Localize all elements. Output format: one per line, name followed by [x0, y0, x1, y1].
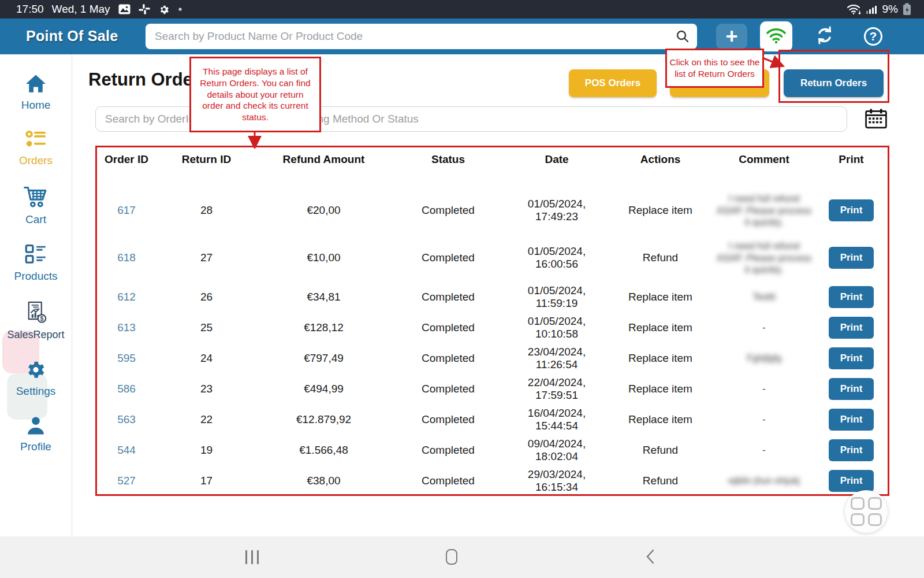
date-value: 29/03/2024, 16:15:34	[506, 468, 608, 494]
order-id-link[interactable]: 586	[97, 383, 156, 395]
print-button[interactable]: Print	[829, 409, 874, 431]
status-signal-icon	[866, 4, 878, 14]
status-value: Completed	[390, 321, 506, 334]
sidebar-item-cart[interactable]: Cart	[23, 185, 49, 226]
status-value: Completed	[390, 475, 506, 487]
wifi-status-button[interactable]	[760, 21, 792, 51]
sidebar-label: Cart	[25, 213, 46, 226]
print-button[interactable]: Print	[829, 199, 874, 221]
products-icon	[24, 244, 47, 267]
return-orders-button[interactable]: Return Orders	[784, 69, 884, 97]
return-id-value: 19	[156, 444, 257, 457]
col-status: Status	[390, 153, 506, 166]
refund-amount-value: €20,00	[257, 204, 390, 217]
date-value: 01/05/2024, 11:59:19	[506, 284, 608, 310]
annotation-return-orders-tip: Click on this to see the list of Return …	[665, 49, 764, 88]
sidebar-item-products[interactable]: Products	[14, 244, 58, 283]
search-icon[interactable]	[675, 29, 690, 46]
sidebar-item-profile[interactable]: Profile	[20, 416, 51, 453]
calendar-icon[interactable]	[864, 108, 888, 132]
col-actions: Actions	[608, 153, 713, 166]
action-value: Refund	[608, 475, 713, 487]
action-value: Replace item	[608, 383, 713, 395]
sidebar-label: Orders	[19, 154, 53, 167]
refund-amount-value: €12.879,92	[257, 413, 390, 426]
sync-button[interactable]	[810, 23, 840, 50]
action-value: Replace item	[608, 204, 713, 217]
status-value: Completed	[390, 352, 506, 365]
refund-amount-value: €797,49	[257, 352, 390, 365]
product-search-input[interactable]	[146, 24, 697, 49]
sidebar-label: Home	[21, 99, 51, 112]
android-status-bar: 17:50 Wed, 1 May 9%	[0, 0, 924, 18]
table-row: 618 27 €10,00 Completed 01/05/2024, 16:0…	[97, 234, 888, 281]
status-value: Completed	[390, 204, 506, 217]
return-id-value: 25	[156, 321, 257, 334]
refund-amount-value: €38,00	[257, 475, 390, 487]
notification-dot-icon	[178, 7, 182, 12]
action-value: Replace item	[608, 321, 713, 334]
floating-grid-button[interactable]	[845, 490, 888, 533]
sidebar-label: Products	[14, 270, 58, 283]
order-id-link[interactable]: 612	[97, 291, 156, 303]
order-id-link[interactable]: 527	[97, 475, 156, 487]
print-button[interactable]: Print	[829, 286, 874, 308]
recents-icon[interactable]	[245, 550, 259, 564]
sync-icon	[814, 24, 836, 49]
back-icon[interactable]	[646, 549, 655, 566]
annotation-arrow-down	[243, 131, 268, 149]
order-id-link[interactable]: 618	[97, 251, 156, 264]
plus-icon: +	[725, 27, 737, 46]
action-value: Replace item	[608, 291, 713, 303]
sidebar-item-settings[interactable]: Settings	[16, 359, 56, 398]
print-button[interactable]: Print	[829, 347, 874, 369]
pos-orders-button[interactable]: POS Orders	[569, 69, 657, 97]
person-icon	[25, 416, 47, 438]
status-battery-icon	[903, 3, 911, 16]
return-id-value: 17	[156, 475, 257, 487]
app-logo: Point Of Sale	[26, 28, 118, 45]
comment-value: -	[713, 444, 815, 456]
date-value: 01/05/2024, 10:10:58	[506, 315, 608, 340]
status-date: Wed, 1 May	[52, 3, 110, 16]
svg-text:$: $	[40, 316, 43, 322]
print-button[interactable]: Print	[829, 439, 874, 461]
col-order-id: Order ID	[97, 153, 156, 166]
print-button[interactable]: Print	[829, 247, 874, 269]
home-nav-icon[interactable]	[446, 549, 457, 565]
order-id-link[interactable]: 563	[97, 413, 156, 426]
order-id-link[interactable]: 544	[97, 444, 156, 457]
table-row: 617 28 €20,00 Completed 01/05/2024, 17:4…	[97, 187, 888, 234]
col-comment: Comment	[713, 153, 815, 166]
order-id-link[interactable]: 595	[97, 352, 156, 365]
order-id-link[interactable]: 617	[97, 204, 156, 217]
sidebar-label: Settings	[16, 385, 56, 398]
comment-value: -	[713, 321, 815, 334]
table-body: 617 28 €20,00 Completed 01/05/2024, 17:4…	[97, 187, 888, 496]
return-id-value: 28	[156, 204, 257, 217]
sidebar-item-salesreport[interactable]: $ SalesReport	[7, 301, 64, 341]
gear-icon	[24, 359, 47, 382]
sales-report-icon: $	[23, 301, 49, 326]
sidebar-item-home[interactable]: Home	[21, 74, 51, 112]
table-row: 544 19 €1.566,48 Completed 09/04/2024, 1…	[97, 435, 888, 465]
sidebar-item-orders[interactable]: Orders	[19, 129, 53, 167]
status-battery-percent: 9%	[882, 3, 898, 16]
grid-icon	[851, 497, 882, 526]
return-id-value: 27	[156, 251, 257, 264]
comment-value: wjklin jhun ehjukj	[713, 475, 815, 487]
add-button[interactable]: +	[716, 24, 747, 49]
print-button[interactable]: Print	[829, 378, 874, 400]
status-wifi-icon	[847, 3, 862, 15]
print-button[interactable]: Print	[829, 470, 874, 492]
status-value: Completed	[390, 444, 506, 457]
print-button[interactable]: Print	[829, 317, 874, 339]
annotation-page-description: This page displays a list of Return Orde…	[189, 57, 321, 132]
status-value: Completed	[390, 251, 506, 264]
table-header-row: Order ID Return ID Refund Amount Status …	[97, 147, 888, 172]
sidebar-label: Profile	[20, 440, 51, 453]
help-button[interactable]: ?	[858, 23, 888, 50]
date-value: 16/04/2024, 15:44:54	[506, 407, 608, 432]
order-id-link[interactable]: 613	[97, 321, 156, 334]
comment-value: -	[713, 413, 815, 425]
